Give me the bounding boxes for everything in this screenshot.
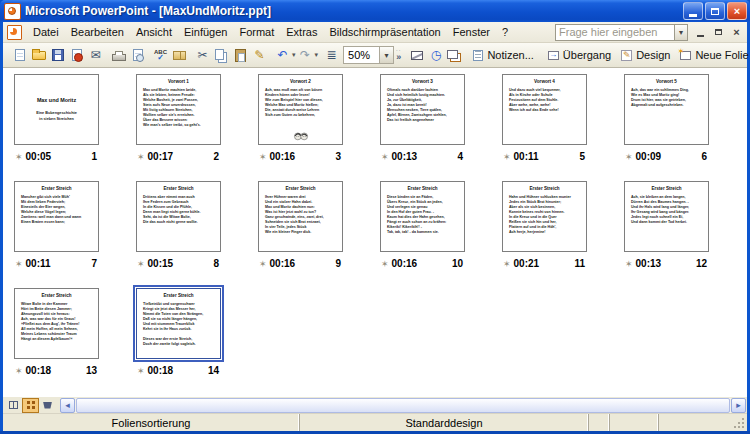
slide-number: 13 xyxy=(86,365,99,376)
scrollbar-track[interactable] xyxy=(75,398,731,413)
open-button[interactable] xyxy=(29,46,48,65)
slide-number: 4 xyxy=(457,151,465,162)
menu-datei[interactable]: Datei xyxy=(27,24,65,40)
research-icon xyxy=(173,51,186,60)
slide-thumbnail[interactable]: Erster Streich Hahn und Hühner schlucken… xyxy=(502,181,587,252)
menu-bearbeiten[interactable]: Bearbeiten xyxy=(65,24,130,40)
animation-indicator-icon: ✶ xyxy=(503,152,511,162)
slide-number: 14 xyxy=(208,365,221,376)
cut-icon: ✂ xyxy=(197,49,207,61)
doc-minimize-button[interactable] xyxy=(694,26,707,39)
menu-bar: Datei Bearbeiten Ansicht Einfügen Format… xyxy=(3,22,747,43)
slide-thumbnail[interactable]: Erster Streich Diese binden sie an Fäden… xyxy=(380,181,465,252)
animation-indicator-icon: ✶ xyxy=(15,152,23,162)
scrollbar-thumb[interactable] xyxy=(76,398,730,413)
slide-thumbnail[interactable]: Vorwort 5 Ach, das war ein schlimmes Din… xyxy=(624,74,709,145)
hide-slide-button[interactable] xyxy=(407,46,426,65)
slide-thumbnail[interactable]: Erster Streich Tiefbetrübt und sorgensch… xyxy=(136,288,221,359)
horizontal-scrollbar: ◂ ▸ xyxy=(60,398,746,413)
summary-slide-icon xyxy=(447,50,458,59)
menu-ansicht[interactable]: Ansicht xyxy=(130,24,178,40)
slide-cell: Erster Streich Ihrer Hühner waren drei U… xyxy=(258,181,343,269)
zoom-dropdown-button[interactable]: ▾ xyxy=(379,46,394,64)
menu-hilfe[interactable]: ? xyxy=(496,24,514,40)
minimize-button[interactable] xyxy=(683,2,703,20)
undo-button[interactable]: ↶ xyxy=(273,46,292,65)
slide-cell: Erster Streich Tiefbetrübt und sorgensch… xyxy=(136,288,221,376)
resize-grip[interactable] xyxy=(742,426,744,428)
new-document-icon xyxy=(15,49,25,61)
menu-format[interactable]: Format xyxy=(233,24,280,40)
cut-button[interactable]: ✂ xyxy=(193,46,212,65)
rehearse-timings-button[interactable]: ◷ xyxy=(426,46,445,65)
menu-fenster[interactable]: Fenster xyxy=(447,24,496,40)
slide-thumbnail[interactable]: Vorwort 2 Ach, was muß man oft von bösen… xyxy=(258,74,343,145)
scroll-left-icon: ◂ xyxy=(65,400,70,410)
slide-timing: 00:16 xyxy=(392,258,418,269)
slide-number: 10 xyxy=(452,258,465,269)
restore-button[interactable] xyxy=(705,2,725,20)
slide-thumbnail[interactable]: Max und Moritz Eine Bubengeschichte in s… xyxy=(14,74,99,145)
doc-close-button[interactable]: × xyxy=(730,26,743,39)
new-slide-button[interactable]: Neue Folie xyxy=(675,44,750,66)
slide-body-text: Hahn und Hühner schlucken munter Jedes e… xyxy=(503,192,586,235)
slide-subtitle: Eine Bubengeschichte in sieben Streichen xyxy=(15,111,98,122)
scroll-right-button[interactable]: ▸ xyxy=(731,398,746,413)
print-preview-button[interactable] xyxy=(128,46,147,65)
copy-button[interactable] xyxy=(212,46,231,65)
slide-caption: ✶ 00:11 5 xyxy=(502,150,587,162)
zoom-combobox: 50% ▾ xyxy=(343,46,394,64)
slide-thumbnail[interactable]: Vorwort 1 Max und Moritz machten beide, … xyxy=(136,74,221,145)
slide-number: 12 xyxy=(696,258,709,269)
slide-timing: 00:16 xyxy=(270,151,296,162)
new-document-button[interactable] xyxy=(10,46,29,65)
slide-thumbnail[interactable]: Erster Streich Ach, sie bleiben an dem l… xyxy=(624,181,709,252)
animation-indicator-icon: ✶ xyxy=(137,259,145,269)
paste-button[interactable] xyxy=(231,46,250,65)
slide-number: 6 xyxy=(701,151,709,162)
save-button[interactable] xyxy=(48,46,67,65)
slideshow-button[interactable] xyxy=(39,398,56,413)
slide-thumbnail[interactable]: Erster Streich Drittens aber nimmt man a… xyxy=(136,181,221,252)
menu-einfuegen[interactable]: Einfügen xyxy=(178,24,233,40)
spelling-button[interactable]: ABC ✓ xyxy=(151,46,170,65)
slide-sorter-view-button[interactable] xyxy=(22,398,39,413)
spelling-icon: ABC ✓ xyxy=(154,49,167,62)
menu-extras[interactable]: Extras xyxy=(280,24,323,40)
slide-thumbnail[interactable]: Vorwort 3 Oftmals noch darüber lachten U… xyxy=(380,74,465,145)
normal-view-button[interactable] xyxy=(5,398,22,413)
zoom-value[interactable]: 50% xyxy=(343,46,379,64)
slide-cell: Erster Streich Witwe Bolte in der Kammer… xyxy=(14,288,99,376)
doc-restore-button[interactable] xyxy=(712,26,725,39)
format-painter-button[interactable]: ✎ xyxy=(250,46,269,65)
permission-button[interactable] xyxy=(67,46,86,65)
undo-dropdown-button[interactable]: ▾ xyxy=(292,46,296,65)
summary-slide-button[interactable] xyxy=(445,46,464,65)
format-painter-icon: ✎ xyxy=(254,49,264,61)
close-button[interactable]: × xyxy=(727,2,747,20)
slide-thumbnail[interactable]: Erster Streich Witwe Bolte in der Kammer… xyxy=(14,288,99,359)
print-button[interactable] xyxy=(109,46,128,65)
transition-label: Übergang xyxy=(563,49,611,61)
redo-button[interactable]: ↷ xyxy=(296,46,315,65)
email-button[interactable]: ✉ xyxy=(86,46,105,65)
slide-thumbnail[interactable]: Vorwort 4 Und dazu auch viel bequemer, A… xyxy=(502,74,587,145)
slide-thumbnail[interactable]: Erster Streich Ihrer Hühner waren drei U… xyxy=(258,181,343,252)
redo-dropdown-button[interactable]: ▾ xyxy=(315,46,319,65)
notes-button[interactable]: Notizen... xyxy=(468,44,538,66)
slide-thumbnail[interactable]: Erster Streich Mancher gibt sich viele M… xyxy=(14,181,99,252)
save-icon xyxy=(52,49,64,61)
toolbar-options-button[interactable]: ·· » xyxy=(396,45,401,65)
question-input[interactable] xyxy=(555,24,674,41)
show-formatting-button[interactable]: ≣ xyxy=(322,46,341,65)
research-button[interactable] xyxy=(170,46,189,65)
design-button[interactable]: ✎ Design xyxy=(616,44,675,66)
title-bar[interactable]: Microsoft PowerPoint - [MaxUndMoritz.ppt… xyxy=(0,0,750,22)
slide-number: 1 xyxy=(91,151,99,162)
question-dropdown-button[interactable]: ▾ xyxy=(674,24,688,41)
menu-bildschirmpraesentation[interactable]: Bildschirmpräsentation xyxy=(323,24,446,40)
scroll-left-button[interactable]: ◂ xyxy=(60,398,75,413)
animation-indicator-icon: ✶ xyxy=(15,366,23,376)
transition-button[interactable]: → Übergang xyxy=(543,44,616,66)
status-view-name: Foliensortierung xyxy=(3,414,300,431)
